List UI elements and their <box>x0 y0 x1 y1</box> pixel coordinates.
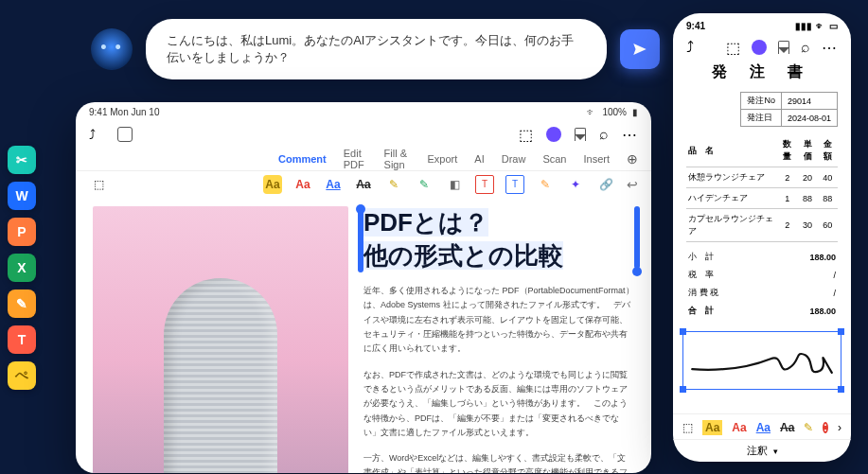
order-meta: 発注No29014 発注日2024-08-01 <box>686 92 838 127</box>
select-tool[interactable]: ⬚ <box>89 175 108 194</box>
ai-badge-icon[interactable] <box>546 127 561 142</box>
send-icon <box>631 41 648 58</box>
phone-select-tool[interactable]: ⬚ <box>682 421 693 434</box>
phone-toolbar-more[interactable]: › <box>838 421 841 434</box>
app-icon-excel[interactable]: X <box>8 254 36 282</box>
table-row: ハイデンチェア18888 <box>686 188 838 209</box>
app-icon-ppt[interactable]: P <box>8 218 36 246</box>
share-icon[interactable]: ⤴ <box>89 127 104 142</box>
table-row: カプセルラウンジチェア23060 <box>686 209 838 242</box>
wifi-icon: ᯤ <box>587 107 596 117</box>
phone-doc-title: 発 注 書 <box>673 62 851 82</box>
menu-fill-sign[interactable]: Fill & Sign <box>384 148 411 170</box>
menu-edit-pdf[interactable]: Edit PDF <box>344 148 367 170</box>
phone-drop-icon[interactable]: ⬚ <box>726 39 740 57</box>
pen-yellow-tool[interactable]: ✎ <box>384 175 403 194</box>
app-icon-pe[interactable]: ぺ <box>8 361 36 390</box>
document-text: PDFとは？他の形式との比較 近年、多く使用されるようになった PDF（Port… <box>363 206 634 473</box>
link-tool[interactable]: 🔗 <box>596 175 615 194</box>
table-row: 休憩ラウンジチェア22040 <box>686 167 838 188</box>
document-image <box>93 206 348 473</box>
signature-field[interactable] <box>682 331 841 390</box>
drop-icon[interactable]: ⬚ <box>519 126 533 144</box>
order-table: 品 名数量単価金額 休憩ラウンジチェア22040 ハイデンチェア18888 カプ… <box>686 134 838 242</box>
bookmark-icon[interactable] <box>575 128 586 141</box>
phone-record[interactable] <box>823 422 828 433</box>
comment-tool[interactable]: ✎ <box>536 175 555 194</box>
search-icon[interactable]: ⌕ <box>599 126 609 143</box>
highlight-tool[interactable]: Aa <box>263 175 282 194</box>
menu-draw[interactable]: Draw <box>502 153 526 165</box>
app-icon-word[interactable]: W <box>8 182 36 210</box>
doc-title-1: PDFとは？ <box>363 208 488 237</box>
signature-icon <box>683 332 841 389</box>
app-icon-snip[interactable]: ✂ <box>8 146 36 174</box>
phone-time: 9:41 <box>686 21 705 31</box>
doc-para-1: 近年、多く使用されるようになった PDF（PortableDocumentFor… <box>363 284 634 356</box>
app-icon-column: ✂ W P X ✎ T ぺ <box>8 146 36 390</box>
phone-wifi-icon: ᯤ <box>816 21 825 31</box>
more-icon[interactable]: ⋯ <box>622 126 638 144</box>
lumi-avatar: • • <box>91 28 133 70</box>
phone-bookmark-icon[interactable] <box>778 41 789 54</box>
grid-icon[interactable] <box>117 127 133 142</box>
text-underline-tool[interactable]: Aa <box>324 175 343 194</box>
phone-window: 9:41 ▮▮▮ᯤ▭ ⤴ ⬚ ⌕ ⋯ 発 注 書 発注No29014 発注日20… <box>673 13 851 462</box>
app-icon-note[interactable]: ✎ <box>8 290 36 318</box>
phone-text-red[interactable]: Aa <box>732 421 746 434</box>
order-summary: 小 計188.00 税 率/ 消 費 税/ 合 計188.00 <box>686 248 838 320</box>
tablet-window: 9:41 Mon Jun 10 ᯤ 100% ▮ ⤴ ⬚ ⌕ ⋯ Comment… <box>76 102 651 473</box>
eraser-tool[interactable]: ◧ <box>445 175 464 194</box>
doc-para-3: 一方、WordやExcelなどは、編集しやすく、書式設定も柔軟で、「文書作成」や… <box>363 451 634 473</box>
pen-green-tool[interactable]: ✎ <box>415 175 434 194</box>
menu-insert[interactable]: Insert <box>583 153 610 165</box>
phone-highlight-tool[interactable]: Aa <box>702 420 722 435</box>
phone-more-icon[interactable]: ⋯ <box>822 39 838 57</box>
battery-pct: 100% <box>602 107 627 117</box>
tablet-status-time: 9:41 Mon Jun 10 <box>89 107 160 117</box>
phone-pen[interactable]: ✎ <box>804 421 813 434</box>
chevron-down-icon: ▾ <box>773 447 778 456</box>
phone-toolbar: ⬚ Aa Aa Aa Aa ✎ › <box>673 413 851 439</box>
doc-title-2: 他の形式との比較 <box>363 241 563 270</box>
assistant-message: こんにちは、私はLumi。あなたのAIアシスタントです。今日は、何のお手伝いをし… <box>146 19 607 79</box>
stamp-tool[interactable]: ✦ <box>566 175 585 194</box>
phone-footer-tab[interactable]: 注釈▾ <box>673 439 851 462</box>
app-icon-text[interactable]: T <box>8 325 36 354</box>
doc-para-2: なお、PDFで作成された文書は、どのような環境でも同じように閲覧できるという点が… <box>363 368 634 440</box>
phone-text-strike[interactable]: Aa <box>780 421 794 434</box>
add-icon[interactable]: ⊕ <box>627 151 638 167</box>
menu-scan[interactable]: Scan <box>542 153 566 165</box>
phone-search-icon[interactable]: ⌕ <box>801 39 810 56</box>
battery-icon: ▮ <box>632 107 638 117</box>
tablet-toolbar: ⬚ Aa Aa Aa Aa ✎ ✎ ◧ T T ✎ ✦ 🔗 ↩ <box>76 170 651 197</box>
textbox2-tool[interactable]: T <box>505 175 524 194</box>
text-red-tool[interactable]: Aa <box>293 175 312 194</box>
menu-ai[interactable]: AI <box>474 153 484 165</box>
tablet-menu-bar: Comment Edit PDF Fill & Sign Export AI D… <box>76 148 651 170</box>
phone-text-blue[interactable]: Aa <box>756 421 771 434</box>
phone-battery-icon: ▭ <box>829 21 838 31</box>
phone-share-icon[interactable]: ⤴ <box>686 39 694 56</box>
undo-icon[interactable]: ↩ <box>627 177 638 192</box>
signal-icon: ▮▮▮ <box>795 21 812 31</box>
menu-export[interactable]: Export <box>428 153 458 165</box>
send-button[interactable] <box>620 29 660 69</box>
phone-ai-icon[interactable] <box>752 40 767 55</box>
textbox-tool[interactable]: T <box>475 175 494 194</box>
text-strike-tool[interactable]: Aa <box>354 175 373 194</box>
menu-comment[interactable]: Comment <box>278 153 327 165</box>
